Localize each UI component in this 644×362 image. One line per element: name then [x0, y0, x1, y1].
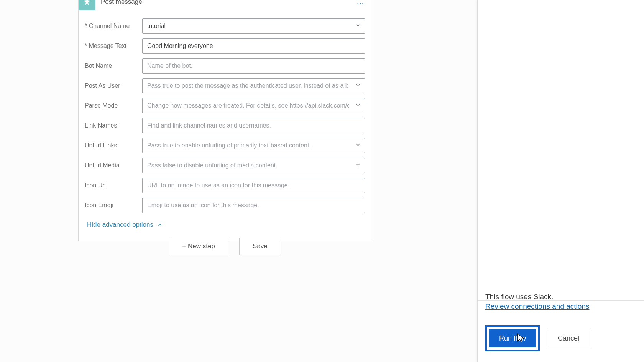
post-message-card: Post message … * Channel Name * Message …: [78, 0, 371, 241]
divider: [478, 300, 644, 301]
save-button[interactable]: Save: [239, 238, 281, 255]
field-unfurl-links: Unfurl Links: [85, 138, 365, 154]
channel-name-label: * Channel Name: [85, 23, 142, 29]
icon-emoji-input[interactable]: [142, 198, 365, 213]
icon-emoji-label: Icon Emoji: [85, 202, 142, 209]
run-flow-highlight: Run flow: [485, 325, 540, 351]
panel-actions: Run flow Cancel: [485, 325, 636, 351]
icon-url-input[interactable]: [142, 178, 365, 193]
cancel-button[interactable]: Cancel: [547, 329, 590, 347]
form-body: * Channel Name * Message Text Bot Name: [79, 10, 371, 241]
bot-name-label: Bot Name: [85, 62, 142, 69]
panel-footer: This flow uses Slack. Review connections…: [478, 293, 644, 362]
unfurl-links-input[interactable]: [142, 138, 365, 153]
post-as-user-label: Post As User: [85, 82, 142, 89]
parse-mode-label: Parse Mode: [85, 102, 142, 109]
message-text-label: * Message Text: [85, 43, 142, 49]
run-flow-panel: This flow uses Slack. Review connections…: [477, 0, 644, 362]
link-names-label: Link Names: [85, 122, 142, 129]
card-menu-icon[interactable]: …: [356, 0, 367, 6]
field-icon-url: Icon Url: [85, 177, 365, 193]
field-parse-mode: Parse Mode: [85, 98, 365, 114]
link-names-input[interactable]: [142, 118, 365, 133]
new-step-button[interactable]: + New step: [169, 238, 228, 255]
icon-url-label: Icon Url: [85, 182, 142, 189]
chevron-up-icon: [157, 222, 163, 228]
hide-advanced-label: Hide advanced options: [87, 221, 153, 229]
unfurl-media-input[interactable]: [142, 158, 365, 173]
post-as-user-input[interactable]: [142, 78, 365, 93]
review-connections-link[interactable]: Review connections and actions: [485, 302, 589, 310]
field-bot-name: Bot Name: [85, 58, 365, 74]
parse-mode-input[interactable]: [142, 98, 365, 113]
unfurl-media-label: Unfurl Media: [85, 162, 142, 169]
bottom-actions: + New step Save: [78, 238, 371, 255]
field-post-as-user: Post As User: [85, 78, 365, 94]
run-flow-button[interactable]: Run flow: [489, 329, 536, 347]
channel-name-input[interactable]: [142, 18, 365, 34]
bot-name-input[interactable]: [142, 58, 365, 74]
field-icon-emoji: Icon Emoji: [85, 197, 365, 213]
unfurl-links-label: Unfurl Links: [85, 142, 142, 149]
slack-connector-icon: [79, 0, 95, 10]
flow-uses-text: This flow uses Slack.: [485, 293, 636, 301]
message-text-input[interactable]: [142, 38, 365, 54]
field-channel-name: * Channel Name: [85, 18, 365, 34]
card-title: Post message: [95, 0, 356, 6]
field-message-text: * Message Text: [85, 38, 365, 54]
field-unfurl-media: Unfurl Media: [85, 157, 365, 174]
hide-advanced-toggle[interactable]: Hide advanced options: [85, 217, 365, 237]
field-link-names: Link Names: [85, 118, 365, 134]
main-canvas: Post message … * Channel Name * Message …: [0, 0, 479, 362]
card-header: Post message …: [79, 0, 371, 10]
